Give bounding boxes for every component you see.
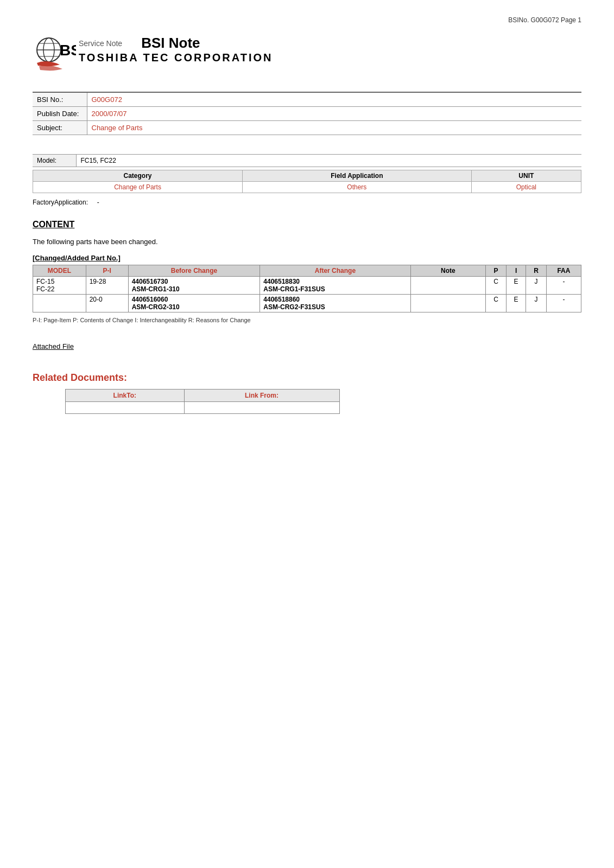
parts-row-3: 20-0 4406516060ASM-CRG2-310 4406518860AS… bbox=[33, 295, 581, 312]
row1-before: 4406516730ASM-CRG1-310 bbox=[128, 277, 260, 295]
row1-note bbox=[410, 277, 486, 295]
factory-line: FactoryApplication: - bbox=[33, 199, 581, 206]
info-row-subject: Subject: Change of Parts bbox=[33, 121, 581, 135]
factory-label: FactoryApplication: bbox=[33, 199, 88, 206]
related-heading: Related Documents: bbox=[33, 372, 581, 384]
row3-faa: - bbox=[546, 295, 581, 312]
content-heading: CONTENT bbox=[33, 220, 581, 229]
publish-value: 2000/07/07 bbox=[87, 107, 581, 121]
unit-value: Optical bbox=[471, 182, 581, 193]
row3-after: 4406518860ASM-CRG2-F31SUS bbox=[260, 295, 410, 312]
field-app-value: Others bbox=[243, 182, 472, 193]
row1-model: FC-15FC-22 bbox=[33, 277, 86, 295]
link-from-value bbox=[184, 402, 339, 414]
row1-p: C bbox=[486, 277, 507, 295]
logo-top-row: Service Note BSI Note bbox=[79, 35, 273, 52]
category-col-header: Category bbox=[33, 170, 243, 182]
parts-r-header: R bbox=[526, 265, 547, 277]
row3-before: 4406516060ASM-CRG2-310 bbox=[128, 295, 260, 312]
page-meta: BSINo. G00G072 Page 1 bbox=[33, 16, 581, 24]
model-table: Model: FC15, FC22 bbox=[33, 154, 581, 167]
row3-i: E bbox=[506, 295, 526, 312]
row1-pi: 19-28 bbox=[86, 277, 128, 295]
parts-p-header: P bbox=[486, 265, 507, 277]
link-to-value bbox=[66, 402, 185, 414]
field-app-col-header: Field Application bbox=[243, 170, 472, 182]
category-header-row: Category Field Application UNIT bbox=[33, 170, 581, 182]
bsino-value: G00G072 bbox=[87, 92, 581, 107]
subject-value: Change of Parts bbox=[87, 121, 581, 135]
changed-heading: [Changed/Added Part No.] bbox=[33, 254, 581, 262]
row1-faa: - bbox=[546, 277, 581, 295]
parts-before-header: Before Change bbox=[128, 265, 260, 277]
parts-table: MODEL P-I Before Change After Change Not… bbox=[33, 265, 581, 312]
parts-faa-header: FAA bbox=[546, 265, 581, 277]
service-note-label: Service Note bbox=[79, 39, 122, 48]
logo-area: BSI Service Note BSI Note TOSHIBA TEC CO… bbox=[33, 35, 581, 75]
svg-text:BSI: BSI bbox=[60, 42, 76, 59]
unit-col-header: UNIT bbox=[471, 170, 581, 182]
parts-after-header: After Change bbox=[260, 265, 410, 277]
link-from-header: Link From: bbox=[184, 390, 339, 402]
parts-legend: P-I: Page-Item P: Contents of Change I: … bbox=[33, 317, 581, 323]
related-table: LinkTo: Link From: bbox=[65, 389, 340, 414]
category-data-row: Change of Parts Others Optical bbox=[33, 182, 581, 193]
parts-pi-header: P-I bbox=[86, 265, 128, 277]
info-row-publish: Publish Date: 2000/07/07 bbox=[33, 107, 581, 121]
related-data-row bbox=[66, 402, 340, 414]
page-meta-text: BSINo. G00G072 Page 1 bbox=[508, 16, 581, 24]
model-label: Model: bbox=[33, 155, 76, 167]
parts-header-row: MODEL P-I Before Change After Change Not… bbox=[33, 265, 581, 277]
related-header-row: LinkTo: Link From: bbox=[66, 390, 340, 402]
info-row-bsino: BSI No.: G00G072 bbox=[33, 92, 581, 107]
publish-label: Publish Date: bbox=[33, 107, 87, 121]
bsi-note-label: BSI Note bbox=[141, 35, 200, 52]
attached-file-link[interactable]: Attached File bbox=[33, 342, 581, 350]
toshiba-label: TOSHIBA TEC CORPORATION bbox=[79, 52, 273, 64]
parts-model-header: MODEL bbox=[33, 265, 86, 277]
logo-text-block: Service Note BSI Note TOSHIBA TEC CORPOR… bbox=[79, 35, 273, 64]
row3-p: C bbox=[486, 295, 507, 312]
model-value: FC15, FC22 bbox=[76, 155, 581, 167]
factory-value: - bbox=[97, 199, 99, 206]
info-table: BSI No.: G00G072 Publish Date: 2000/07/0… bbox=[33, 92, 581, 135]
row3-model bbox=[33, 295, 86, 312]
row3-r: J bbox=[526, 295, 547, 312]
bsi-logo-svg: BSI bbox=[33, 35, 76, 75]
parts-note-header: Note bbox=[410, 265, 486, 277]
row3-pi: 20-0 bbox=[86, 295, 128, 312]
parts-i-header: I bbox=[506, 265, 526, 277]
row1-i: E bbox=[506, 277, 526, 295]
subject-label: Subject: bbox=[33, 121, 87, 135]
category-table: Category Field Application UNIT Change o… bbox=[33, 170, 581, 193]
row1-r: J bbox=[526, 277, 547, 295]
logo-icon-block: BSI bbox=[33, 35, 76, 75]
row3-note bbox=[410, 295, 486, 312]
parts-row-1: FC-15FC-22 19-28 4406516730ASM-CRG1-310 … bbox=[33, 277, 581, 295]
category-value: Change of Parts bbox=[33, 182, 243, 193]
bsino-label: BSI No.: bbox=[33, 92, 87, 107]
row1-after: 4406518830ASM-CRG1-F31SUS bbox=[260, 277, 410, 295]
model-row: Model: FC15, FC22 bbox=[33, 155, 581, 167]
content-para: The following parts have been changed. bbox=[33, 238, 581, 246]
link-to-header: LinkTo: bbox=[66, 390, 185, 402]
